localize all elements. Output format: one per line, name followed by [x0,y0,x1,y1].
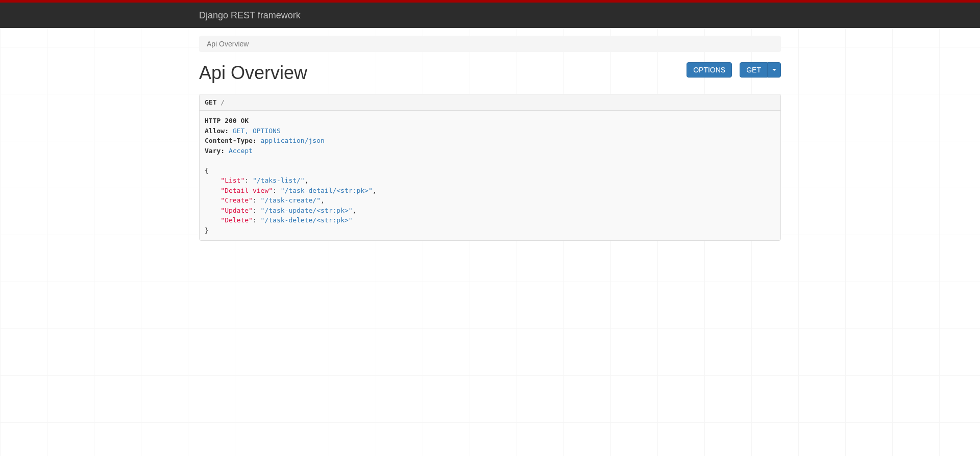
status-line: HTTP 200 OK [205,117,249,124]
json-key: "Update" [220,207,253,214]
json-close-brace: } [205,226,209,234]
get-button-group: GET [740,62,781,78]
json-open-brace: { [205,167,209,174]
json-value: "/task-create/" [261,196,321,204]
header-value: Accept [229,147,253,155]
json-key: "Delete" [220,216,253,224]
breadcrumb-current: Api Overview [207,40,249,48]
response-panel: GET / HTTP 200 OK Allow: GET, OPTIONS Co… [199,94,781,241]
navbar: Django REST framework [0,3,980,28]
request-info: GET / [200,94,780,111]
json-key: "Detail view" [220,187,273,194]
request-method: GET [205,98,216,106]
header-name: Content-Type: [205,137,257,144]
navbar-brand-link[interactable]: Django REST framework [199,10,301,20]
get-dropdown-toggle[interactable] [768,62,781,78]
page-title: Api Overview [199,62,307,84]
header-value: application/json [261,137,325,144]
json-value: "/task-delete/<str:pk>" [261,216,353,224]
request-path: / [220,98,225,106]
json-key: "List" [220,176,244,184]
json-key: "Create" [220,196,253,204]
header-value: GET, OPTIONS [233,127,281,135]
json-value: "/task-detail/<str:pk>" [281,187,373,194]
breadcrumb: Api Overview [199,36,781,52]
json-value: "/task-update/<str:pk>" [261,207,353,214]
chevron-down-icon [772,69,776,71]
response-body: HTTP 200 OK Allow: GET, OPTIONS Content-… [200,111,780,240]
json-value: "/taks-list/" [253,176,305,184]
action-buttons: OPTIONS GET [687,62,781,78]
get-button[interactable]: GET [740,62,768,78]
header-name: Allow: [205,127,229,135]
header-name: Vary: [205,147,225,155]
options-button[interactable]: OPTIONS [687,62,732,78]
